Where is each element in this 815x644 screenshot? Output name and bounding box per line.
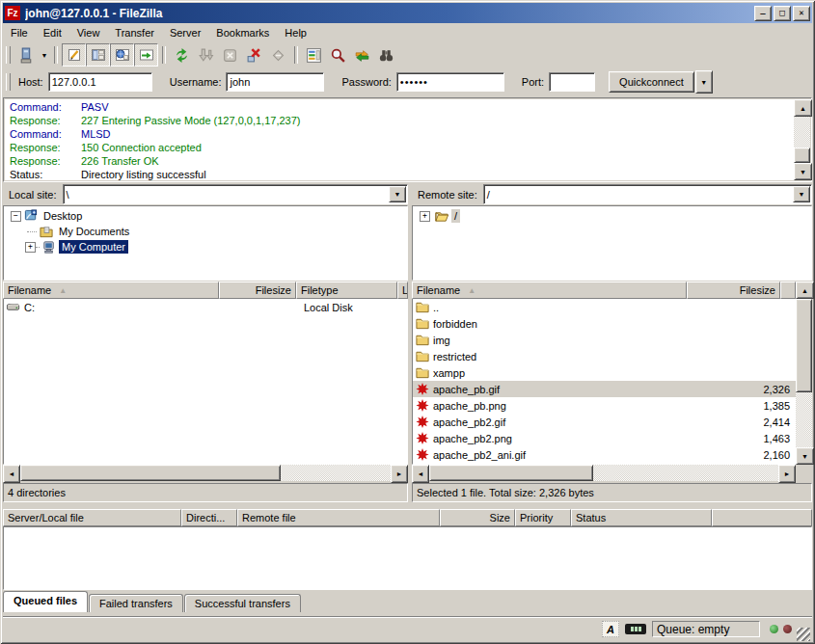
tree-item-root[interactable]: + / <box>413 208 811 224</box>
scroll-down-icon[interactable]: ▼ <box>794 163 812 180</box>
directory-filter-button[interactable] <box>302 43 326 67</box>
username-input[interactable] <box>226 72 324 92</box>
expand-icon[interactable]: + <box>25 242 36 253</box>
tab-queued-files[interactable]: Queued files <box>3 591 88 612</box>
scrollbar-thumb[interactable] <box>429 465 593 481</box>
tree-item-my-documents[interactable]: My Documents <box>4 224 407 239</box>
reconnect-button[interactable] <box>266 43 290 67</box>
folder-icon <box>415 365 430 380</box>
menu-file[interactable]: File <box>3 25 36 40</box>
menu-help[interactable]: Help <box>277 25 314 40</box>
quickconnect-button[interactable]: Quickconnect <box>609 71 694 93</box>
remote-site-combo[interactable]: / ▼ <box>483 184 812 204</box>
tab-successful-transfers[interactable]: Successful transfers <box>184 594 301 612</box>
toggle-message-log-button[interactable] <box>62 43 86 67</box>
scroll-down-icon[interactable]: ▼ <box>796 447 814 465</box>
scroll-up-icon[interactable]: ▲ <box>794 99 812 117</box>
file-row[interactable]: apache_pb2.png 1,463 <box>413 430 796 446</box>
file-row-selected[interactable]: apache_pb.gif 2,326 <box>413 381 796 397</box>
queue-column-priority[interactable]: Priority <box>515 509 571 526</box>
remote-list-hscrollbar[interactable]: ◄ ► <box>412 465 796 481</box>
disconnect-button[interactable] <box>242 43 266 67</box>
file-row[interactable]: apache_pb.png 1,385 <box>413 397 796 414</box>
file-row[interactable]: xampp <box>413 364 796 381</box>
remote-column-filesize[interactable]: Filesize <box>687 282 780 299</box>
site-manager-dropdown[interactable]: ▼ <box>39 44 50 66</box>
file-row[interactable]: apache_pb2_ani.gif 2,160 <box>413 446 796 463</box>
file-row[interactable]: forbidden <box>413 315 796 332</box>
collapse-icon[interactable]: − <box>11 211 21 222</box>
menu-edit[interactable]: Edit <box>36 25 69 40</box>
quickconnect-dropdown[interactable]: ▼ <box>695 70 713 94</box>
expand-icon[interactable]: + <box>420 211 430 222</box>
file-row[interactable]: apache_pb2.gif 2,414 <box>413 414 796 430</box>
title-bar[interactable]: Fz john@127.0.0.1 - FileZilla _ □ ✕ <box>3 3 812 23</box>
resize-grip[interactable] <box>797 628 810 641</box>
queue-column-server-local-file[interactable]: Server/Local file <box>3 509 181 526</box>
queue-header: Server/Local file Directi... Remote file… <box>3 509 812 526</box>
tree-item-desktop[interactable]: − Desktop <box>4 208 407 224</box>
toggle-transfer-queue-button[interactable] <box>134 43 158 67</box>
host-label: Host: <box>18 76 43 88</box>
queue-column-remote-file[interactable]: Remote file <box>237 509 440 526</box>
local-column-filetype[interactable]: Filetype <box>296 282 397 299</box>
scroll-up-icon[interactable]: ▲ <box>796 282 814 299</box>
remote-file-list[interactable]: .. forbidden img restricted xampp apache… <box>412 299 796 465</box>
scrollbar-thumb[interactable] <box>20 465 281 481</box>
refresh-button[interactable] <box>170 43 194 67</box>
toggle-local-tree-button[interactable] <box>86 43 110 67</box>
queue-column-size[interactable]: Size <box>440 509 515 526</box>
cancel-operation-button[interactable] <box>218 43 242 67</box>
local-file-list[interactable]: C: Local Disk <box>3 299 408 465</box>
local-column-last-modified[interactable]: L <box>397 282 408 299</box>
directory-comparison-button[interactable] <box>326 43 350 67</box>
scroll-right-icon[interactable]: ► <box>778 465 796 483</box>
remote-tree-icon <box>115 47 130 63</box>
file-row[interactable]: restricted <box>413 348 796 364</box>
menu-transfer[interactable]: Transfer <box>107 25 162 40</box>
local-column-filesize[interactable]: Filesize <box>219 282 296 299</box>
toggle-remote-tree-button[interactable] <box>110 43 134 67</box>
host-input[interactable] <box>48 72 152 92</box>
remote-list-scrollbar[interactable]: ▲ ▼ <box>796 282 812 465</box>
menu-bookmarks[interactable]: Bookmarks <box>208 25 277 40</box>
scrollbar-thumb[interactable] <box>796 299 812 392</box>
file-row[interactable]: img <box>413 332 796 348</box>
queue-column-status[interactable]: Status <box>571 509 712 526</box>
remote-column-filename[interactable]: Filename ▲ <box>412 282 687 299</box>
scroll-left-icon[interactable]: ◄ <box>3 465 20 483</box>
scroll-left-icon[interactable]: ◄ <box>412 465 429 483</box>
tab-failed-transfers[interactable]: Failed transfers <box>89 594 183 612</box>
minimize-button[interactable]: _ <box>754 6 772 21</box>
password-input[interactable] <box>396 72 504 92</box>
site-manager-button[interactable] <box>14 43 39 67</box>
local-site-dropdown[interactable]: ▼ <box>389 186 406 202</box>
find-files-button[interactable] <box>374 43 398 67</box>
toolbar-separator <box>54 46 58 64</box>
maximize-button[interactable]: □ <box>774 6 791 21</box>
tree-item-my-computer[interactable]: + My Computer <box>4 239 407 255</box>
queue-column-direction[interactable]: Directi... <box>181 509 237 526</box>
file-row[interactable]: C: Local Disk <box>4 299 408 315</box>
message-log-body[interactable]: Command:PASV Response:227 Entering Passi… <box>5 99 794 180</box>
queue-body[interactable] <box>3 526 812 590</box>
local-column-filename[interactable]: Filename ▲ <box>3 282 219 299</box>
toolbar-grip[interactable] <box>6 46 11 64</box>
transfer-type-icon[interactable]: A <box>602 621 619 637</box>
menu-server[interactable]: Server <box>162 25 208 40</box>
close-button[interactable]: ✕ <box>793 6 810 21</box>
scrollbar-thumb[interactable] <box>794 148 810 163</box>
port-input[interactable] <box>549 72 595 92</box>
menu-view[interactable]: View <box>69 25 108 40</box>
speed-limit-icon[interactable] <box>625 624 646 634</box>
log-scrollbar[interactable]: ▲ ▼ <box>794 99 810 180</box>
quickconnect-grip[interactable] <box>6 73 11 91</box>
local-site-combo[interactable]: \ ▼ <box>63 184 408 204</box>
file-row[interactable]: .. <box>413 299 796 315</box>
scroll-right-icon[interactable]: ► <box>391 465 408 483</box>
transfer-queue-icon <box>139 47 154 63</box>
synchronized-browsing-button[interactable] <box>350 43 374 67</box>
process-queue-button[interactable] <box>194 43 218 67</box>
local-list-hscrollbar[interactable]: ◄ ► <box>3 465 408 481</box>
remote-site-dropdown[interactable]: ▼ <box>793 186 810 202</box>
